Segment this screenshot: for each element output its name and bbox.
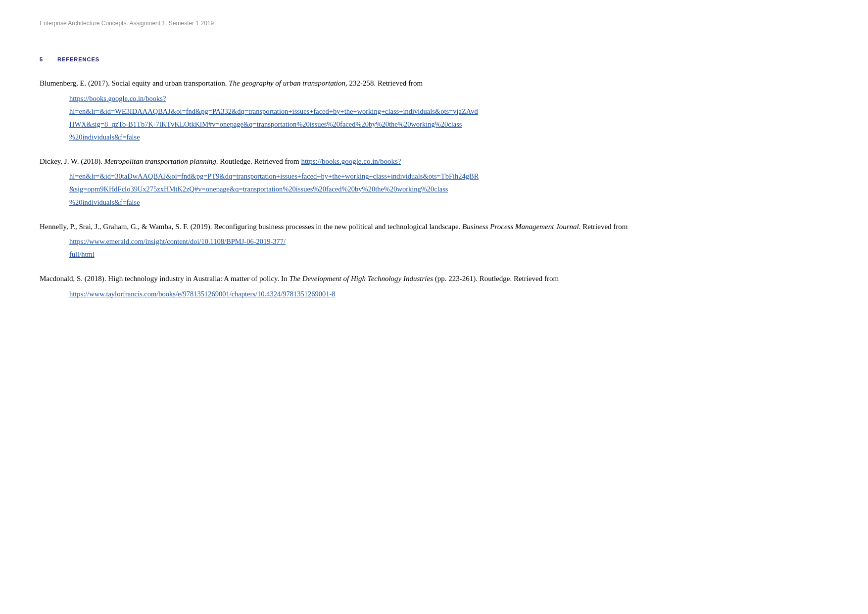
reference-dickey: Dickey, J. W. (2018). Metropolitan trans… bbox=[40, 155, 828, 209]
dickey-text-before: Dickey, J. W. (2018). bbox=[40, 157, 104, 165]
blumenberg-italic: The geography of urban transportation bbox=[229, 79, 345, 87]
section-heading: 5 REFERENCES bbox=[40, 56, 828, 62]
dickey-italic: Metropolitan transportation planning bbox=[104, 157, 216, 165]
reference-blumenberg-text: Blumenberg, E. (2017). Social equity and… bbox=[40, 77, 828, 90]
macdonald-url-block: https://www.taylorfrancis.com/books/e/97… bbox=[69, 287, 828, 300]
macdonald-italic: The Development of High Technology Indus… bbox=[289, 275, 433, 283]
reference-dickey-text: Dickey, J. W. (2018). Metropolitan trans… bbox=[40, 155, 828, 168]
blumenberg-url-4[interactable]: %20individuals&f=false bbox=[69, 131, 828, 143]
dickey-url-3[interactable]: %20individuals&f=false bbox=[69, 196, 828, 209]
blumenberg-text-before: Blumenberg, E. (2017). Social equity and… bbox=[40, 79, 229, 87]
reference-hennelly-text: Hennelly, P., Srai, J., Graham, G., & Wa… bbox=[40, 221, 828, 234]
dickey-url-block: hl=en&lr=&id=30taDwAAQBAJ&oi=fnd&pg=PT9&… bbox=[69, 170, 828, 208]
section-title: REFERENCES bbox=[57, 56, 99, 62]
hennelly-text-after: . Retrieved from bbox=[579, 223, 628, 231]
blumenberg-url-2[interactable]: hl=en&lr=&id=WE3IDAAAQBAJ&oi=fnd&pg=PA33… bbox=[69, 105, 828, 118]
references-list: Blumenberg, E. (2017). Social equity and… bbox=[40, 77, 828, 300]
reference-macdonald: Macdonald, S. (2018). High technology in… bbox=[40, 273, 828, 300]
hennelly-url-block: https://www.emerald.com/insight/content/… bbox=[69, 235, 828, 261]
blumenberg-url-block: https://books.google.co.in/books? hl=en&… bbox=[69, 92, 828, 143]
dickey-url-2[interactable]: &sig=opm9KHdFclo39Ux275zxHMtK2zQ#v=onepa… bbox=[69, 183, 828, 195]
dickey-inline-url[interactable]: https://books.google.co.in/books? bbox=[301, 157, 401, 165]
macdonald-url-1[interactable]: https://www.taylorfrancis.com/books/e/97… bbox=[69, 287, 828, 300]
section-number: 5 bbox=[40, 56, 49, 62]
dickey-url-1[interactable]: hl=en&lr=&id=30taDwAAQBAJ&oi=fnd&pg=PT9&… bbox=[69, 170, 828, 183]
hennelly-url-2[interactable]: full/html bbox=[69, 248, 828, 261]
hennelly-url-1[interactable]: https://www.emerald.com/insight/content/… bbox=[69, 235, 828, 248]
header: Enterprise Architecture Concepts. Assign… bbox=[40, 20, 828, 27]
reference-macdonald-text: Macdonald, S. (2018). High technology in… bbox=[40, 273, 828, 285]
blumenberg-text-after: , 232-258. Retrieved from bbox=[345, 79, 423, 87]
dickey-text-after: . Routledge. Retrieved from bbox=[216, 157, 301, 165]
reference-blumenberg: Blumenberg, E. (2017). Social equity and… bbox=[40, 77, 828, 143]
hennelly-italic: Business Process Management Journal bbox=[462, 223, 579, 231]
blumenberg-url-3[interactable]: HWX&sig=8_qzTo-B1Tb7K-7lKTvKLOtkKlM#v=on… bbox=[69, 118, 828, 131]
macdonald-text-after: (pp. 223-261). Routledge. Retrieved from bbox=[433, 275, 559, 283]
header-text: Enterprise Architecture Concepts. Assign… bbox=[40, 20, 828, 27]
macdonald-text-before: Macdonald, S. (2018). High technology in… bbox=[40, 275, 289, 283]
blumenberg-url-1[interactable]: https://books.google.co.in/books? bbox=[69, 92, 828, 105]
reference-hennelly: Hennelly, P., Srai, J., Graham, G., & Wa… bbox=[40, 221, 828, 261]
hennelly-text-before: Hennelly, P., Srai, J., Graham, G., & Wa… bbox=[40, 223, 462, 231]
